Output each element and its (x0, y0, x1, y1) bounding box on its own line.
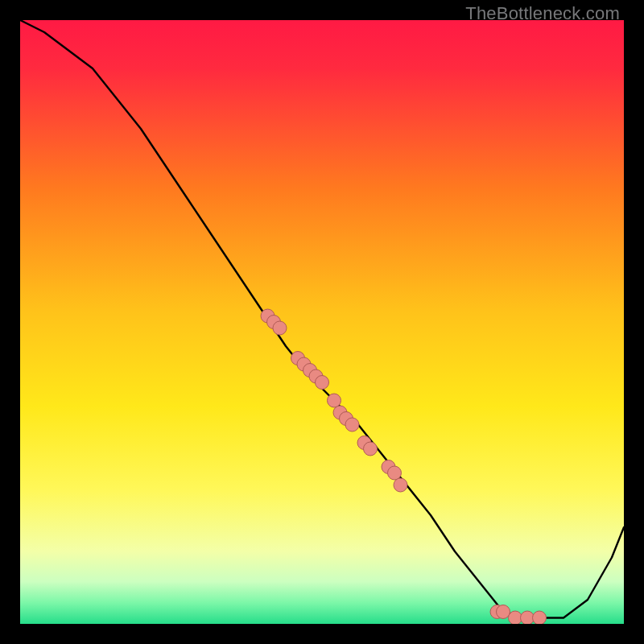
data-marker (394, 478, 407, 492)
data-marker (509, 611, 522, 624)
data-marker (273, 321, 287, 335)
data-marker (316, 376, 329, 390)
gradient-background (20, 20, 624, 624)
data-marker (521, 611, 535, 624)
data-marker (497, 605, 510, 619)
chart-frame (20, 20, 624, 624)
watermark-text: TheBottleneck.com (465, 3, 620, 24)
data-marker (388, 466, 402, 480)
bottleneck-chart (20, 20, 624, 624)
data-marker (345, 418, 359, 431)
data-marker (533, 611, 547, 624)
data-marker (364, 442, 378, 456)
data-marker (328, 394, 341, 407)
